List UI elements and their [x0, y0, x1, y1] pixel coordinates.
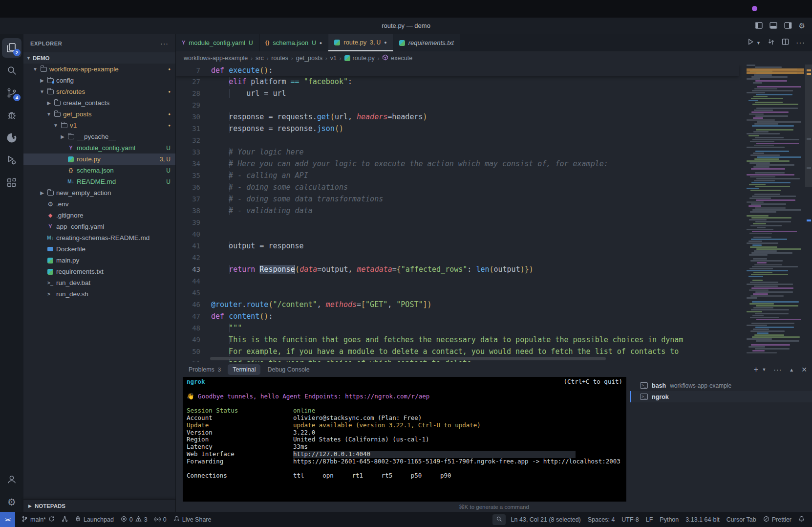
code-line-37[interactable]: 37 # - doing some data transformations: [176, 193, 739, 205]
tree-item-dockerfile[interactable]: Dockerfile: [23, 243, 175, 255]
editor-tab-schema-json[interactable]: {}schema.jsonU●: [259, 34, 329, 51]
toggle-panel-icon[interactable]: [769, 22, 777, 29]
generate-command-hint[interactable]: ⌘K to generate a command: [459, 504, 529, 510]
explorer-more-actions-icon[interactable]: ···: [160, 40, 169, 47]
code-line-50[interactable]: 50 For example, if you have a module to …: [176, 346, 739, 357]
editor-tab-requirements-txt[interactable]: requirements.txt: [393, 34, 460, 51]
new-terminal-icon[interactable]: +: [754, 365, 759, 374]
code-line-49[interactable]: 49 This is the function that goes and fe…: [176, 334, 739, 346]
extensions-icon[interactable]: [2, 173, 21, 193]
eol[interactable]: LF: [642, 516, 657, 523]
encoding[interactable]: UTF-8: [618, 516, 642, 523]
indentation[interactable]: Spaces: 4: [584, 516, 619, 523]
code-line-35[interactable]: 35 # - calling an API: [176, 170, 739, 181]
panel-tab-debug-console[interactable]: Debug Console: [262, 364, 314, 375]
tree-item-src-routes[interactable]: ▼src/routes●: [23, 86, 175, 97]
code-line-39[interactable]: 39: [176, 217, 739, 228]
notepads-section[interactable]: ▶ NOTEPADS: [23, 499, 175, 512]
unsaved-dot-icon[interactable]: ●: [384, 40, 386, 45]
tree-item-run-dev-bat[interactable]: >_run_dev.bat: [23, 277, 175, 288]
tree-item-get-posts[interactable]: ▼get_posts●: [23, 109, 175, 120]
launchpad[interactable]: Launchpad: [71, 516, 117, 524]
sticky-scroll-line[interactable]: 7def execute():: [176, 65, 739, 76]
debug-icon[interactable]: [2, 106, 21, 125]
code-line-43[interactable]: 43 return Response(data=output, metadata…: [176, 264, 739, 275]
tree-item--pycache-[interactable]: ▶__pycache__: [23, 131, 175, 142]
source-control-icon[interactable]: 4: [2, 83, 21, 103]
tree-item--env[interactable]: ⚙.env: [23, 198, 175, 210]
notifications-bell[interactable]: [795, 516, 808, 524]
tree-item-app-config-yaml[interactable]: Yapp_config.yaml: [23, 221, 175, 232]
panel-tab-problems[interactable]: Problems3: [184, 364, 226, 375]
problems[interactable]: 03: [117, 516, 151, 524]
breadcrumb-item[interactable]: routes: [271, 55, 288, 62]
workspace-section-header[interactable]: ▼ DEMO: [23, 52, 175, 64]
customize-layout-gear-icon[interactable]: ⚙: [799, 22, 805, 29]
code-line-48[interactable]: 48 """: [176, 322, 739, 334]
split-editor-icon[interactable]: [782, 38, 789, 47]
terminal-list-item-bash[interactable]: >_bashworkflows-app-example: [630, 380, 812, 391]
prettier[interactable]: Prettier: [760, 516, 795, 524]
more-actions-icon[interactable]: ···: [796, 39, 805, 47]
breadcrumb-item[interactable]: v1: [330, 55, 337, 62]
tree-item-config[interactable]: ▶config: [23, 75, 175, 86]
vertical-scrollbar[interactable]: [805, 65, 812, 187]
code-line-34[interactable]: 34 # Here you can add your logic to exec…: [176, 158, 739, 170]
toggle-secondary-sidebar-icon[interactable]: [784, 22, 792, 29]
code-line-40[interactable]: 40: [176, 228, 739, 240]
interpreter[interactable]: 3.13.1 64-bit: [682, 516, 723, 523]
horizontal-scrollbar[interactable]: [210, 357, 606, 360]
toggle-primary-sidebar-icon[interactable]: [755, 22, 763, 29]
editor-tab-module-config-yaml[interactable]: Ymodule_config.yamlU: [176, 34, 259, 51]
search-toggle[interactable]: [492, 514, 506, 525]
accounts-icon[interactable]: [2, 470, 21, 489]
language-mode[interactable]: Python: [656, 516, 682, 523]
tree-item--gitignore[interactable]: ◆.gitignore: [23, 210, 175, 221]
tree-item-module-config-yaml[interactable]: Ymodule_config.yamlU: [23, 142, 175, 154]
code-line-30[interactable]: 30 response = requests.get(url, headers=…: [176, 111, 739, 123]
panel-more-actions-icon[interactable]: ···: [773, 366, 782, 373]
panel-tab-terminal[interactable]: Terminal: [228, 364, 260, 375]
editor-tab-route-py[interactable]: route.py3, U●: [328, 34, 393, 51]
code-line-32[interactable]: 32: [176, 134, 739, 146]
breadcrumb-item[interactable]: route.py: [344, 55, 375, 62]
cursor-tab[interactable]: Cursor Tab: [723, 516, 760, 523]
open-changes-icon[interactable]: [768, 38, 775, 47]
minimap[interactable]: [747, 65, 804, 362]
tree-item-route-py[interactable]: route.py3, U: [23, 154, 175, 165]
run-debug-icon[interactable]: [2, 151, 21, 170]
tree-item-workflows-app-example[interactable]: ▼workflows-app-example●: [23, 64, 175, 75]
tree-item-schema-json[interactable]: {}schema.jsonU: [23, 165, 175, 176]
source-graph[interactable]: [58, 516, 71, 524]
explorer-icon[interactable]: 2: [2, 38, 21, 58]
terminal-output[interactable]: ngrok(Ctrl+C to quit) 👋 Goodbye tunnels,…: [183, 377, 626, 502]
tree-item-requirements-txt[interactable]: requirements.txt: [23, 266, 175, 277]
tree-item-creating-schemas-readme-md[interactable]: M↓creating-schemas-README.md: [23, 232, 175, 243]
code-line-31[interactable]: 31 response = response.json(): [176, 123, 739, 134]
breadcrumb-item[interactable]: src: [256, 55, 264, 62]
code-line-44[interactable]: 44: [176, 275, 739, 287]
code-editor[interactable]: 7def execute(): 27 elif platform == "fac…: [176, 65, 812, 362]
breadcrumb-item[interactable]: execute: [382, 54, 412, 62]
close-panel-icon[interactable]: ✕: [801, 366, 807, 373]
code-line-29[interactable]: 29: [176, 99, 739, 111]
maximize-panel-icon[interactable]: ▲: [789, 367, 794, 373]
live-share[interactable]: Live Share: [170, 516, 215, 524]
tree-item-main-py[interactable]: main.py: [23, 255, 175, 266]
branch-indicator[interactable]: main*: [18, 516, 58, 524]
code-line-42[interactable]: 42: [176, 252, 739, 264]
extension-logo-icon[interactable]: [2, 128, 21, 148]
cursor-position[interactable]: Ln 43, Col 21 (8 selected): [508, 516, 584, 523]
tree-item-readme-md[interactable]: M↓README.mdU: [23, 176, 175, 187]
unsaved-dot-icon[interactable]: ●: [320, 41, 322, 45]
tree-item-create-contacts[interactable]: ▶create_contacts: [23, 97, 175, 109]
tree-item-v1[interactable]: ▼v1●: [23, 120, 175, 131]
code-line-28[interactable]: 28 url = url: [176, 88, 739, 99]
code-line-33[interactable]: 33 # Your logic here: [176, 146, 739, 158]
code-line-45[interactable]: 45: [176, 287, 739, 299]
breadcrumb-item[interactable]: get_posts: [296, 55, 322, 62]
ports[interactable]: 0: [151, 516, 170, 524]
code-line-36[interactable]: 36 # - doing some calculations: [176, 181, 739, 193]
remote-indicator[interactable]: ><: [0, 512, 15, 527]
code-line-38[interactable]: 38 # - validating data: [176, 205, 739, 217]
